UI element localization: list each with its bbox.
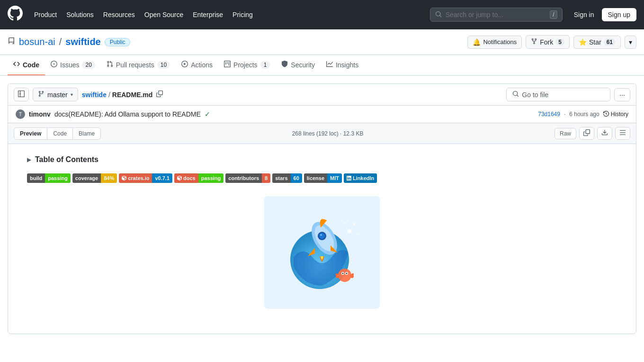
insights-tab-icon [326,61,333,69]
signup-button[interactable]: Sign up [602,8,636,21]
nav-item-open-source[interactable]: Open Source [141,8,188,21]
nav-item-enterprise[interactable]: Enterprise [189,8,227,21]
repo-name-link[interactable]: swiftide [65,36,100,47]
branch-icon [38,90,45,99]
coverage-badge[interactable]: coverage 84% [72,173,117,183]
crates-badge-right: v0.7.1 [152,173,172,183]
file-header: master ▾ swiftide / README.md Go to file… [8,84,636,106]
tab-issues[interactable]: Issues 20 [45,55,101,75]
nav-items: Product Solutions Resources Open Source … [30,8,257,21]
tab-code[interactable]: Code [8,55,45,75]
search-input[interactable] [446,11,546,18]
history-button[interactable]: History [603,111,628,118]
tab-pull-requests[interactable]: Pull requests 10 [101,55,176,75]
tab-pr-label: Pull requests [116,61,154,69]
download-button[interactable] [597,127,612,140]
svg-point-4 [357,234,358,235]
stars-badge[interactable]: stars 60 [272,173,302,183]
search-bar[interactable]: / [430,8,563,22]
commit-bar: T timonv docs(README): Add Ollama suppor… [8,106,636,123]
repo-type-icon [8,37,15,46]
contributors-badge-left: contributors [225,173,262,183]
svg-point-2 [353,223,356,226]
readme-content: ▶ Table of Contents build passing covera… [8,144,636,334]
signin-button[interactable]: Sign in [570,9,598,21]
code-view-button[interactable]: Code [47,127,73,140]
branch-selector[interactable]: master ▾ [33,88,78,101]
license-badge-right: MIT [327,173,342,183]
github-logo-icon[interactable] [8,6,23,24]
breadcrumb-filename: README.md [112,91,153,99]
commit-author[interactable]: timonv [29,110,51,118]
repo-owner-link[interactable]: bosun-ai [19,36,55,47]
breadcrumb-repo-link[interactable]: swiftide [82,91,107,99]
coverage-badge-left: coverage [72,173,101,183]
commit-check-icon: ✓ [205,110,210,118]
copy-path-button[interactable] [154,90,165,100]
commit-left: T timonv docs(README): Add Ollama suppor… [16,109,210,119]
commit-right: 73d1649 · 6 hours ago History [538,111,628,118]
linkedin-badge[interactable]: LinkedIn [344,173,377,183]
search-icon [435,11,442,19]
kbd-shortcut: / [550,10,557,19]
projects-tab-icon [224,61,231,69]
tab-security-label: Security [291,61,315,69]
crates-badge-left: crates.io [119,173,152,183]
history-label: History [611,111,628,118]
copy-raw-button[interactable] [579,127,594,140]
tab-security[interactable]: Security [276,55,321,75]
badges-row: build passing coverage 84% crates.io v0.… [27,173,617,183]
tab-issues-count: 20 [82,61,95,69]
commit-age: 6 hours ago [569,111,599,118]
notifications-label: Notifications [483,38,517,45]
more-file-options-button[interactable]: ··· [614,88,630,101]
fork-button[interactable]: Fork 5 [526,35,570,49]
svg-point-8 [319,233,325,239]
bell-icon: 🔔 [473,38,481,46]
coverage-badge-right: 84% [101,173,117,183]
svg-point-14 [346,273,348,274]
svg-point-13 [342,273,344,274]
docs-badge-left: docs [174,173,198,183]
go-to-file-button[interactable]: Go to file [506,88,610,101]
star-button[interactable]: ⭐ Star 61 [573,36,621,49]
build-badge[interactable]: build passing [27,173,71,183]
license-badge[interactable]: license MIT [304,173,342,183]
tab-insights-label: Insights [336,61,358,69]
tab-actions[interactable]: Actions [176,55,218,75]
tab-pr-count: 10 [157,61,170,69]
blame-button[interactable]: Blame [73,127,101,140]
commit-dot-separator: · [564,111,565,118]
crates-badge[interactable]: crates.io v0.7.1 [119,173,172,183]
commit-sha-link[interactable]: 73d1649 [538,111,560,118]
commit-message: docs(README): Add Ollama support to READ… [54,110,201,118]
fork-label: Fork [540,38,553,46]
nav-item-product[interactable]: Product [30,8,61,21]
tab-projects-label: Projects [233,61,258,69]
license-badge-left: license [304,173,327,183]
tab-projects[interactable]: Projects 1 [218,55,276,75]
history-icon [603,111,609,118]
tab-issues-label: Issues [60,61,79,69]
nav-item-solutions[interactable]: Solutions [63,8,98,21]
more-options-button[interactable]: ▾ [625,36,636,49]
svg-point-1 [348,229,351,233]
linkedin-badge-left: LinkedIn [344,173,377,183]
repo-tabs: Code Issues 20 Pull requests 10 Actions … [0,55,644,76]
nav-item-pricing[interactable]: Pricing [229,8,257,21]
toc-button[interactable] [615,127,630,140]
tab-insights[interactable]: Insights [321,55,364,75]
notifications-button[interactable]: 🔔 Notifications [467,36,522,49]
svg-point-9 [320,234,322,236]
fork-count: 5 [555,39,564,45]
preview-button[interactable]: Preview [14,127,47,140]
toc-arrow-icon[interactable]: ▶ [27,156,31,163]
nav-item-resources[interactable]: Resources [99,8,139,21]
toc-section: ▶ Table of Contents [27,155,617,164]
sidebar-toggle-button[interactable] [14,88,29,101]
contributors-badge[interactable]: contributors 8 [225,173,270,183]
docs-badge[interactable]: docs passing [174,173,224,183]
build-badge-left: build [27,173,45,183]
repo-title: bosun-ai / swiftide Public [8,36,130,47]
raw-button[interactable]: Raw [555,128,576,139]
